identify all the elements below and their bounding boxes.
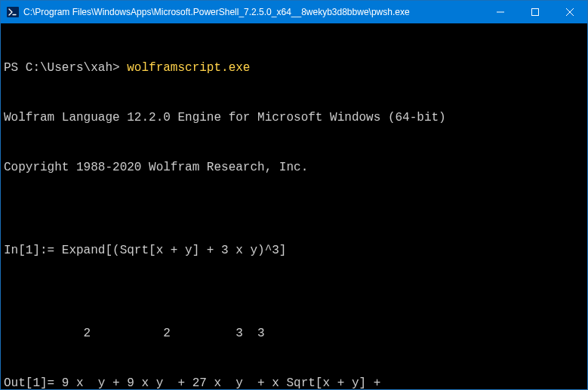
close-button[interactable] [553, 1, 587, 23]
terminal[interactable]: PS C:\Users\xah> wolframscript.exe Wolfr… [1, 23, 587, 389]
window-title: C:\Program Files\WindowsApps\Microsoft.P… [23, 7, 483, 17]
powershell-icon [7, 6, 19, 18]
output-line: Wolfram Language 12.2.0 Engine for Micro… [4, 109, 584, 126]
prompt-prefix: PS C:\Users\xah> [4, 61, 127, 75]
prompt-line: PS C:\Users\xah> wolframscript.exe [4, 60, 584, 76]
output-line: Copyright 1988-2020 Wolfram Research, In… [4, 159, 584, 176]
output-line: 2 2 3 3 [4, 325, 584, 342]
window: C:\Program Files\WindowsApps\Microsoft.P… [0, 0, 588, 390]
output-line: In[1]:= Expand[(Sqrt[x + y] + 3 x y)^3] [4, 242, 584, 259]
minimize-button[interactable] [483, 1, 518, 23]
window-controls [483, 1, 587, 23]
svg-rect-3 [532, 9, 539, 16]
titlebar[interactable]: C:\Program Files\WindowsApps\Microsoft.P… [1, 1, 587, 23]
maximize-button[interactable] [518, 1, 553, 23]
command: wolframscript.exe [127, 61, 250, 75]
output-line: Out[1]= 9 x y + 9 x y + 27 x y + x Sqrt[… [4, 375, 584, 389]
svg-rect-0 [7, 7, 19, 17]
